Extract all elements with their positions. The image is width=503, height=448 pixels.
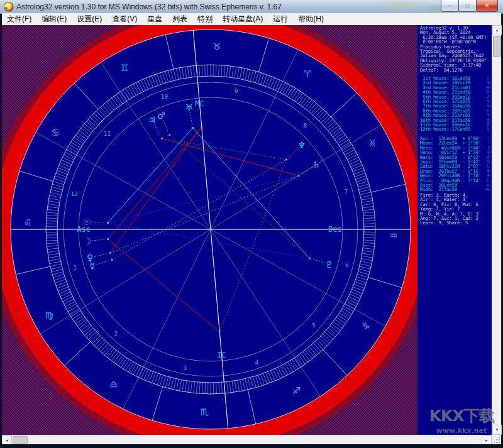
planet-dot-neptune bbox=[285, 159, 287, 161]
menu-item-file[interactable]: 文件(F) bbox=[2, 13, 36, 26]
astrolog32-window: Astrolog32 version 1.30 for MS Windows (… bbox=[0, 0, 503, 448]
sign-glyph-aquarius: ♒ bbox=[389, 230, 397, 241]
sign-glyph-sagittarius: ♐ bbox=[292, 385, 301, 396]
planet-glyph-uranus: ♅ bbox=[185, 102, 194, 112]
sign-glyph-taurus: ♉ bbox=[213, 41, 221, 52]
house-number: 8 bbox=[304, 122, 307, 129]
natal-chart-wheel[interactable]: ♈♉♊♋♌♍♎♏♐♑♒♓123456789101112☉☽☿♀♂♃♄♅♆♇Asc… bbox=[2, 25, 417, 435]
zodiac-glyph-icon: MC bbox=[485, 187, 490, 192]
house-number: 3 bbox=[183, 364, 187, 371]
house-number: 4 bbox=[255, 359, 259, 366]
sign-glyph-virgo: ♍ bbox=[45, 310, 53, 321]
planet-dot-saturn bbox=[298, 175, 300, 177]
scrollbar-corner bbox=[492, 435, 501, 444]
vertical-scroll-thumb[interactable] bbox=[493, 36, 501, 57]
house-cusp-list: 1st house: 16Leo58♌ 2nd house: 18Vir29♍ … bbox=[420, 76, 490, 132]
house-row: 12th house: 17Can55♋ bbox=[420, 127, 490, 131]
house-number: 6 bbox=[345, 261, 349, 268]
axis-label-des: Des bbox=[328, 225, 342, 234]
house-number: 1 bbox=[74, 264, 77, 271]
house-number: 10 bbox=[161, 93, 169, 100]
planet-row: Midh: 21Tau58MC bbox=[420, 187, 490, 192]
point-dot-ic bbox=[219, 331, 220, 332]
vertical-scrollbar[interactable]: ▲ ▼ bbox=[492, 25, 501, 435]
planet-dot-uranus bbox=[192, 127, 194, 129]
close-button[interactable]: ✕ bbox=[476, 0, 498, 12]
planet-glyph-venus: ♀ bbox=[87, 253, 93, 263]
app-icon bbox=[4, 2, 13, 11]
menu-item-chart[interactable]: 星盘 bbox=[142, 13, 167, 26]
menu-item-run[interactable]: 运行 bbox=[268, 13, 293, 26]
window-border-bottom bbox=[0, 444, 503, 448]
planet-glyph-moon: ☽ bbox=[84, 236, 92, 246]
axis-label-asc: Asc bbox=[77, 225, 91, 234]
menu-item-edit[interactable]: 编辑(E) bbox=[36, 13, 72, 26]
resize-grip[interactable] bbox=[493, 436, 500, 444]
menu-bar: 文件(F)编辑(E)设置(E)查看(V)星盘列表特别转动星盘(A)运行帮助(H) bbox=[2, 13, 501, 25]
house-number: 7 bbox=[345, 188, 348, 195]
minimize-button[interactable]: ─ bbox=[441, 0, 459, 12]
house-number: 5 bbox=[312, 322, 316, 329]
zodiac-glyph-icon: As bbox=[487, 183, 490, 187]
scroll-right-button[interactable]: ► bbox=[482, 435, 492, 445]
menu-item-animate[interactable]: 转动星盘(A) bbox=[218, 13, 268, 26]
window-controls: ─ □ ✕ bbox=[441, 0, 498, 12]
scroll-left-button[interactable]: ◄ bbox=[2, 435, 12, 445]
sign-glyph-libra: ♎ bbox=[109, 379, 118, 390]
window-title: Astrolog32 version 1.30 for MS Windows (… bbox=[16, 3, 282, 11]
planet-dot-jupiter bbox=[161, 138, 163, 139]
house-number: 11 bbox=[104, 130, 111, 137]
house-number: 2 bbox=[114, 330, 118, 337]
chart-info-panel: Astrolog32 v. 1.30Mon, August 5, 2024 6:… bbox=[417, 25, 492, 435]
scroll-down-button[interactable]: ▼ bbox=[492, 425, 502, 435]
horizontal-scrollbar[interactable]: ◄ ► bbox=[2, 435, 492, 444]
zodiac-glyph-icon: ♋ bbox=[486, 127, 490, 131]
client-area: ♈♉♊♋♌♍♎♏♐♑♒♓123456789101112☉☽☿♀♂♃♄♅♆♇Asc… bbox=[2, 25, 492, 435]
planet-dot-sun bbox=[107, 222, 109, 224]
sign-glyph-pisces: ♓ bbox=[368, 138, 376, 149]
house-number: 9 bbox=[235, 87, 238, 94]
maximize-button[interactable]: □ bbox=[458, 0, 477, 12]
planet-glyph-saturn: ♄ bbox=[312, 160, 321, 170]
chart-header-info: Astrolog32 v. 1.30Mon, August 5, 2024 6:… bbox=[420, 26, 490, 72]
planet-glyph-neptune: ♆ bbox=[298, 140, 306, 150]
axis-label-mc: MC bbox=[195, 99, 204, 108]
planet-dot-pluto bbox=[309, 258, 311, 260]
sign-glyph-scorpio: ♏ bbox=[200, 407, 209, 418]
sign-glyph-capricorn: ♑ bbox=[362, 320, 370, 332]
house-number: 12 bbox=[70, 190, 77, 197]
axis-label-ic: IC bbox=[217, 351, 226, 359]
planet-glyph-jupiter: ♃ bbox=[148, 115, 157, 125]
sign-glyph-leo: ♌ bbox=[23, 217, 31, 229]
menu-item-help[interactable]: 帮助(H) bbox=[293, 13, 329, 26]
sign-glyph-cancer: ♋ bbox=[51, 127, 59, 138]
zodiac-glyph-icon: ♇ bbox=[486, 178, 490, 183]
title-bar[interactable]: Astrolog32 version 1.30 for MS Windows (… bbox=[0, 0, 503, 14]
planet-dot-mars bbox=[169, 134, 170, 136]
planet-dot-moon bbox=[107, 238, 109, 240]
planet-dot-mercury bbox=[111, 259, 113, 261]
planet-position-list: Sun : 13Leo20 + 0°00'☉Moon: 22Leo24 + 3°… bbox=[420, 136, 490, 192]
planet-glyph-pluto: ♇ bbox=[326, 260, 334, 270]
point-dot-mc bbox=[201, 126, 202, 127]
menu-item-settings[interactable]: 设置(E) bbox=[72, 13, 107, 26]
horizontal-scroll-thumb[interactable] bbox=[13, 436, 28, 444]
sign-glyph-aries: ♈ bbox=[303, 68, 311, 80]
stats-line: Learn: 9, Share: 5 bbox=[420, 221, 490, 225]
scroll-up-button[interactable]: ▲ bbox=[492, 25, 502, 35]
info-line: DeltaT: 84.1270 bbox=[420, 68, 490, 72]
menu-item-view[interactable]: 查看(V) bbox=[107, 13, 142, 26]
menu-item-special[interactable]: 特别 bbox=[192, 13, 218, 26]
element-statistics: Fire: 3, Earth: 4,Air : 4, Water: 3Car: … bbox=[420, 193, 490, 226]
sign-glyph-gemini: ♊ bbox=[121, 62, 129, 74]
planet-dot-venus bbox=[109, 252, 111, 254]
planet-glyph-mars: ♂ bbox=[157, 111, 165, 121]
menu-item-list[interactable]: 列表 bbox=[167, 13, 192, 26]
